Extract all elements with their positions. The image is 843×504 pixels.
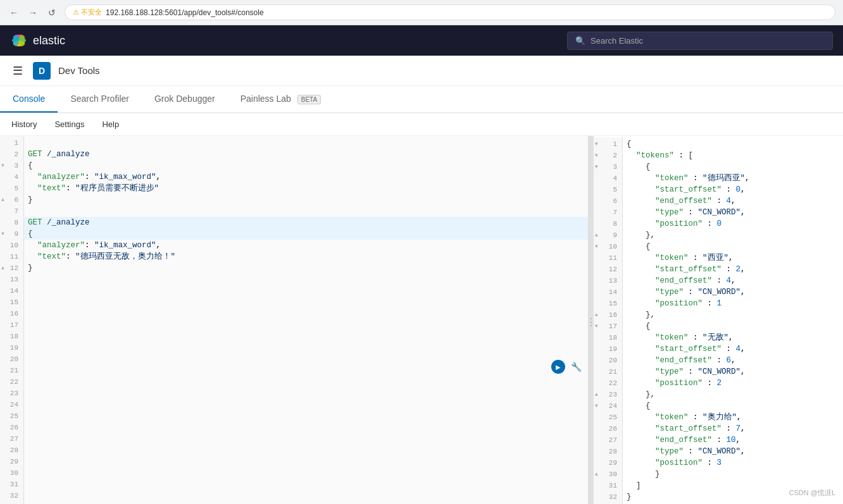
ln-9[interactable]: 9 — [0, 228, 23, 240]
out-ln-10[interactable]: 10 — [594, 241, 622, 252]
elastic-logo[interactable]: elastic — [10, 32, 65, 49]
tab-painless-lab[interactable]: Painless Lab BETA — [228, 86, 334, 113]
out-ln-16[interactable]: 16 — [594, 309, 622, 321]
search-placeholder: Search Elastic — [590, 36, 643, 46]
out-ln-22: 22 — [594, 378, 622, 389]
out-line-17: { — [623, 321, 843, 332]
ln-20: 20 — [0, 353, 23, 365]
out-ln-9[interactable]: 9 — [594, 230, 622, 241]
ln-22: 22 — [0, 376, 23, 388]
forward-button[interactable]: → — [27, 6, 39, 19]
ln-28: 28 — [0, 445, 23, 456]
code-line-23 — [24, 388, 588, 399]
browser-chrome: ← → ↺ ⚠ 不安全 192.168.188.128:5601/app/dev… — [0, 0, 843, 25]
ln-30: 30 — [0, 467, 23, 479]
out-ln-4: 4 — [594, 173, 622, 184]
code-line-20 — [24, 353, 588, 365]
drag-handle[interactable] — [589, 136, 594, 504]
out-ln-31: 31 — [594, 480, 622, 491]
elastic-logo-icon — [10, 32, 28, 49]
ln-7: 7 — [0, 206, 23, 217]
ln-26: 26 — [0, 422, 23, 433]
code-line-22 — [24, 376, 588, 388]
ln-12[interactable]: 12 — [0, 262, 23, 274]
ln-13: 13 — [0, 274, 23, 285]
output-lines: { "tokens" : [ { "token" : "德玛西亚", "star… — [623, 137, 843, 504]
code-line-3: { — [24, 160, 588, 171]
code-line-31 — [24, 479, 588, 490]
ln-16: 16 — [0, 308, 23, 319]
out-line-30: } — [623, 469, 843, 480]
url-text: 192.168.188.128:5601/app/dev_tools#/cons… — [106, 8, 264, 17]
ln-10: 10 — [0, 240, 23, 251]
url-bar[interactable]: ⚠ 不安全 192.168.188.128:5601/app/dev_tools… — [65, 4, 835, 20]
code-line-16 — [24, 308, 588, 319]
ln-3[interactable]: 3 — [0, 160, 23, 171]
code-line-26 — [24, 422, 588, 433]
app-header: ☰ D Dev Tools — [0, 56, 843, 86]
code-line-14 — [24, 285, 588, 297]
code-line-33 — [24, 501, 588, 504]
out-ln-26: 26 — [594, 423, 622, 434]
editor-lines[interactable]: GET /_analyze { "analyzer": "ik_max_word… — [24, 136, 588, 504]
out-line-22: "position" : 2 — [623, 378, 843, 389]
out-ln-6: 6 — [594, 195, 622, 207]
back-button[interactable]: ← — [8, 6, 20, 19]
editor-gutter: 1 2 3 4 5 6 7 8 9 10 11 12 13 14 15 16 1… — [0, 136, 24, 504]
app-icon-badge: D — [33, 62, 51, 80]
ln-4: 4 — [0, 171, 23, 183]
ln-14: 14 — [0, 285, 23, 297]
search-bar-wrapper: 🔍 Search Elastic — [567, 32, 833, 50]
code-line-21 — [24, 365, 588, 376]
hamburger-button[interactable]: ☰ — [10, 61, 25, 80]
output-panel: 1 2 3 4 5 6 7 8 9 10 11 12 13 14 15 16 1… — [594, 136, 843, 504]
ln-5: 5 — [0, 183, 23, 194]
run-button[interactable]: ▶ — [551, 360, 565, 374]
out-ln-3[interactable]: 3 — [594, 161, 622, 173]
wrench-button[interactable]: 🔧 — [569, 360, 583, 374]
tab-search-profiler[interactable]: Search Profiler — [58, 86, 142, 113]
search-bar[interactable]: 🔍 Search Elastic — [567, 32, 833, 50]
help-button[interactable]: Help — [98, 117, 123, 132]
tab-grok-debugger[interactable]: Grok Debugger — [142, 86, 228, 113]
code-line-8: GET /_analyze — [24, 217, 588, 228]
out-line-14: "type" : "CN_WORD", — [623, 286, 843, 298]
svg-point-5 — [19, 35, 25, 47]
code-line-30 — [24, 467, 588, 479]
ln-29: 29 — [0, 456, 23, 467]
out-line-10: { — [623, 241, 843, 252]
out-line-18: "token" : "无敌", — [623, 332, 843, 343]
ln-25: 25 — [0, 410, 23, 422]
out-ln-17[interactable]: 17 — [594, 321, 622, 332]
ln-8: 8 — [0, 217, 23, 228]
out-line-29: "position" : 3 — [623, 457, 843, 469]
out-ln-1[interactable]: 1 — [594, 138, 622, 150]
out-ln-2[interactable]: 2 — [594, 150, 622, 161]
out-ln-23[interactable]: 23 — [594, 389, 622, 400]
out-line-15: "position" : 1 — [623, 298, 843, 309]
toolbar: History Settings Help — [0, 113, 843, 136]
settings-button[interactable]: Settings — [51, 117, 88, 132]
tab-console[interactable]: Console — [0, 86, 58, 113]
code-line-5: "text": "程序员需要不断进步" — [24, 183, 588, 194]
out-ln-7: 7 — [594, 207, 622, 218]
ln-33: 33 — [0, 501, 23, 504]
ln-11: 11 — [0, 251, 23, 262]
out-line-7: "type" : "CN_WORD", — [623, 207, 843, 218]
code-line-6: } — [24, 194, 588, 206]
out-ln-29: 29 — [594, 457, 622, 469]
out-ln-30[interactable]: 30 — [594, 469, 622, 480]
out-ln-25: 25 — [594, 412, 622, 423]
out-line-19: "start_offset" : 4, — [623, 343, 843, 355]
out-line-1: { — [623, 138, 843, 150]
history-button[interactable]: History — [8, 117, 41, 132]
ln-6[interactable]: 6 — [0, 194, 23, 206]
refresh-button[interactable]: ↺ — [46, 6, 58, 19]
out-line-6: "end_offset" : 4, — [623, 195, 843, 207]
search-icon: 🔍 — [575, 36, 585, 46]
out-ln-24[interactable]: 24 — [594, 400, 622, 412]
out-line-25: "token" : "奥力给", — [623, 412, 843, 423]
out-ln-12: 12 — [594, 264, 622, 275]
ln-2: 2 — [0, 149, 23, 160]
ln-18: 18 — [0, 331, 23, 342]
